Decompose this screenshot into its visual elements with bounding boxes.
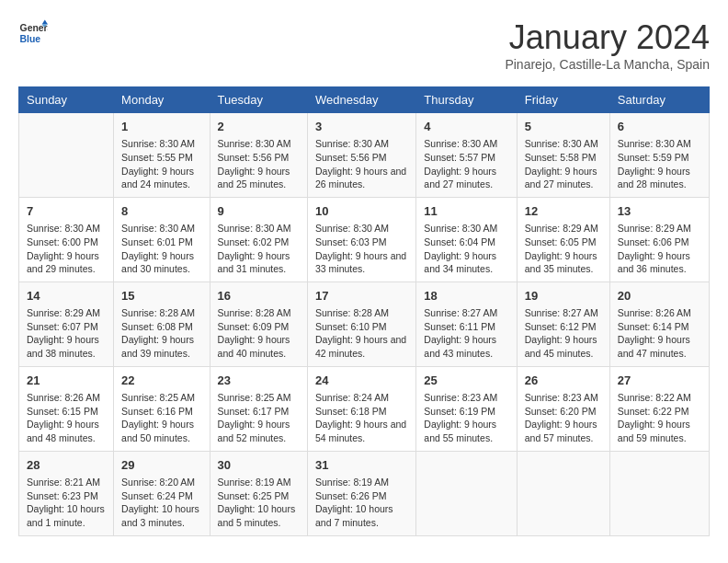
calendar-cell: 22Sunrise: 8:25 AMSunset: 6:16 PMDayligh… bbox=[114, 366, 210, 451]
daylight-text: Daylight: 9 hours and 43 minutes. bbox=[424, 333, 508, 360]
calendar-cell: 11Sunrise: 8:30 AMSunset: 6:04 PMDayligh… bbox=[416, 197, 517, 282]
sunset-text: Sunset: 6:09 PM bbox=[218, 320, 300, 334]
day-number: 25 bbox=[424, 373, 508, 389]
sunrise-text: Sunrise: 8:23 AM bbox=[424, 391, 508, 405]
day-number: 23 bbox=[218, 373, 300, 389]
calendar-cell: 27Sunrise: 8:22 AMSunset: 6:22 PMDayligh… bbox=[609, 366, 709, 451]
daylight-text: Daylight: 9 hours and 35 minutes. bbox=[525, 249, 602, 276]
calendar-cell bbox=[517, 451, 609, 535]
day-number: 4 bbox=[424, 119, 508, 135]
sunset-text: Sunset: 5:58 PM bbox=[525, 151, 602, 165]
sunrise-text: Sunrise: 8:26 AM bbox=[618, 306, 701, 320]
sunset-text: Sunset: 6:00 PM bbox=[27, 236, 106, 249]
day-number: 27 bbox=[618, 373, 701, 389]
calendar-cell: 4Sunrise: 8:30 AMSunset: 5:57 PMDaylight… bbox=[416, 113, 517, 198]
header-day-friday: Friday bbox=[517, 87, 609, 113]
sunset-text: Sunset: 6:19 PM bbox=[424, 405, 508, 419]
day-number: 1 bbox=[121, 119, 201, 135]
calendar-cell: 14Sunrise: 8:29 AMSunset: 6:07 PMDayligh… bbox=[19, 282, 114, 366]
sunset-text: Sunset: 6:12 PM bbox=[525, 320, 602, 334]
sunset-text: Sunset: 6:22 PM bbox=[618, 405, 701, 419]
page-title: January 2024 bbox=[505, 18, 710, 57]
calendar-week-row: 1Sunrise: 8:30 AMSunset: 5:55 PMDaylight… bbox=[19, 113, 710, 198]
daylight-text: Daylight: 10 hours and 3 minutes. bbox=[121, 502, 201, 529]
sunset-text: Sunset: 6:26 PM bbox=[315, 489, 408, 503]
calendar-cell: 17Sunrise: 8:28 AMSunset: 6:10 PMDayligh… bbox=[307, 282, 415, 366]
daylight-text: Daylight: 9 hours and 28 minutes. bbox=[618, 165, 701, 191]
calendar-cell: 21Sunrise: 8:26 AMSunset: 6:15 PMDayligh… bbox=[19, 366, 114, 451]
daylight-text: Daylight: 9 hours and 36 minutes. bbox=[618, 249, 701, 276]
calendar-cell: 6Sunrise: 8:30 AMSunset: 5:59 PMDaylight… bbox=[609, 113, 709, 198]
calendar-cell bbox=[609, 451, 709, 535]
sunset-text: Sunset: 5:56 PM bbox=[218, 151, 300, 165]
daylight-text: Daylight: 9 hours and 42 minutes. bbox=[315, 333, 408, 360]
daylight-text: Daylight: 9 hours and 27 minutes. bbox=[424, 165, 508, 191]
calendar-cell: 7Sunrise: 8:30 AMSunset: 6:00 PMDaylight… bbox=[19, 197, 114, 282]
sunrise-text: Sunrise: 8:30 AM bbox=[315, 222, 408, 236]
day-number: 19 bbox=[525, 288, 602, 304]
calendar-cell: 10Sunrise: 8:30 AMSunset: 6:03 PMDayligh… bbox=[307, 197, 415, 282]
header: General Blue January 2024 Pinarejo, Cast… bbox=[18, 18, 710, 72]
daylight-text: Daylight: 9 hours and 50 minutes. bbox=[121, 418, 201, 444]
calendar-week-row: 14Sunrise: 8:29 AMSunset: 6:07 PMDayligh… bbox=[19, 282, 710, 366]
sunset-text: Sunset: 5:56 PM bbox=[315, 151, 408, 165]
sunrise-text: Sunrise: 8:21 AM bbox=[27, 476, 106, 489]
day-number: 8 bbox=[121, 203, 201, 220]
day-number: 20 bbox=[618, 288, 701, 304]
sunrise-text: Sunrise: 8:19 AM bbox=[218, 476, 300, 489]
daylight-text: Daylight: 9 hours and 40 minutes. bbox=[218, 333, 300, 360]
daylight-text: Daylight: 9 hours and 48 minutes. bbox=[27, 418, 106, 444]
day-number: 10 bbox=[315, 203, 408, 220]
sunrise-text: Sunrise: 8:29 AM bbox=[618, 222, 701, 236]
sunset-text: Sunset: 6:17 PM bbox=[218, 405, 300, 419]
sunrise-text: Sunrise: 8:23 AM bbox=[525, 391, 602, 405]
sunrise-text: Sunrise: 8:28 AM bbox=[121, 306, 201, 320]
calendar-cell: 3Sunrise: 8:30 AMSunset: 5:56 PMDaylight… bbox=[307, 113, 415, 198]
sunset-text: Sunset: 6:07 PM bbox=[27, 320, 106, 334]
page-subtitle: Pinarejo, Castille-La Mancha, Spain bbox=[505, 57, 710, 72]
calendar-cell: 13Sunrise: 8:29 AMSunset: 6:06 PMDayligh… bbox=[609, 197, 709, 282]
header-day-thursday: Thursday bbox=[416, 87, 517, 113]
sunrise-text: Sunrise: 8:30 AM bbox=[121, 137, 201, 151]
calendar-cell: 18Sunrise: 8:27 AMSunset: 6:11 PMDayligh… bbox=[416, 282, 517, 366]
daylight-text: Daylight: 9 hours and 30 minutes. bbox=[121, 249, 201, 276]
daylight-text: Daylight: 10 hours and 5 minutes. bbox=[218, 502, 300, 529]
svg-text:Blue: Blue bbox=[20, 34, 41, 44]
calendar-cell: 30Sunrise: 8:19 AMSunset: 6:25 PMDayligh… bbox=[210, 451, 307, 535]
calendar-cell: 8Sunrise: 8:30 AMSunset: 6:01 PMDaylight… bbox=[114, 197, 210, 282]
calendar-cell: 2Sunrise: 8:30 AMSunset: 5:56 PMDaylight… bbox=[210, 113, 307, 198]
calendar-table: SundayMondayTuesdayWednesdayThursdayFrid… bbox=[18, 86, 710, 536]
sunrise-text: Sunrise: 8:30 AM bbox=[424, 222, 508, 236]
sunrise-text: Sunrise: 8:25 AM bbox=[218, 391, 300, 405]
sunrise-text: Sunrise: 8:24 AM bbox=[315, 391, 408, 405]
calendar-cell: 23Sunrise: 8:25 AMSunset: 6:17 PMDayligh… bbox=[210, 366, 307, 451]
day-number: 30 bbox=[218, 457, 300, 474]
calendar-cell: 15Sunrise: 8:28 AMSunset: 6:08 PMDayligh… bbox=[114, 282, 210, 366]
calendar-cell bbox=[19, 113, 114, 198]
sunrise-text: Sunrise: 8:30 AM bbox=[424, 137, 508, 151]
sunrise-text: Sunrise: 8:30 AM bbox=[27, 222, 106, 236]
day-number: 5 bbox=[525, 119, 602, 135]
sunrise-text: Sunrise: 8:27 AM bbox=[525, 306, 602, 320]
sunrise-text: Sunrise: 8:28 AM bbox=[315, 306, 408, 320]
sunrise-text: Sunrise: 8:30 AM bbox=[121, 222, 201, 236]
calendar-cell: 5Sunrise: 8:30 AMSunset: 5:58 PMDaylight… bbox=[517, 113, 609, 198]
calendar-week-row: 21Sunrise: 8:26 AMSunset: 6:15 PMDayligh… bbox=[19, 366, 710, 451]
day-number: 15 bbox=[121, 288, 201, 304]
day-number: 28 bbox=[27, 457, 106, 474]
svg-marker-2 bbox=[42, 20, 48, 25]
day-number: 14 bbox=[27, 288, 106, 304]
sunrise-text: Sunrise: 8:29 AM bbox=[27, 306, 106, 320]
calendar-cell: 9Sunrise: 8:30 AMSunset: 6:02 PMDaylight… bbox=[210, 197, 307, 282]
day-number: 17 bbox=[315, 288, 408, 304]
calendar-cell bbox=[416, 451, 517, 535]
sunrise-text: Sunrise: 8:29 AM bbox=[525, 222, 602, 236]
sunrise-text: Sunrise: 8:20 AM bbox=[121, 476, 201, 489]
sunset-text: Sunset: 5:59 PM bbox=[618, 151, 701, 165]
day-number: 26 bbox=[525, 373, 602, 389]
day-number: 6 bbox=[618, 119, 701, 135]
daylight-text: Daylight: 9 hours and 27 minutes. bbox=[525, 165, 602, 191]
daylight-text: Daylight: 9 hours and 55 minutes. bbox=[424, 418, 508, 444]
title-area: January 2024 Pinarejo, Castille-La Manch… bbox=[505, 18, 710, 72]
daylight-text: Daylight: 9 hours and 25 minutes. bbox=[218, 165, 300, 191]
